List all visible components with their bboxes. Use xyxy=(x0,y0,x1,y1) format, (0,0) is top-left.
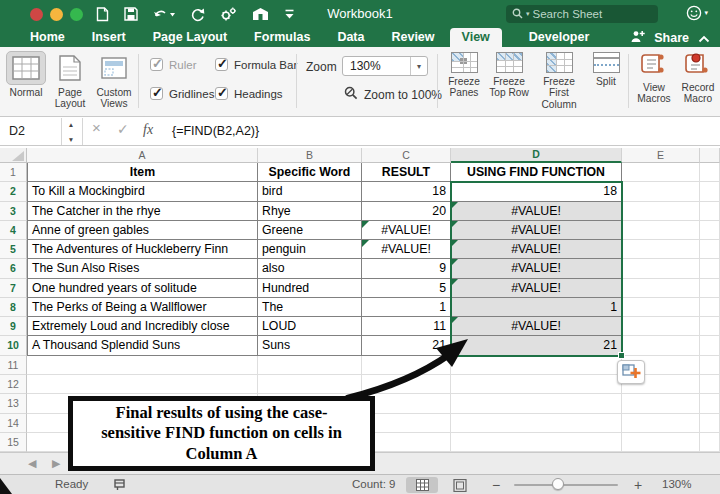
row-header-5[interactable]: 5 xyxy=(0,240,27,259)
ribbon-tab-review[interactable]: Review xyxy=(391,28,434,47)
cell-F5[interactable] xyxy=(700,240,720,259)
cell-E3[interactable] xyxy=(622,202,700,221)
zoom-slider-knob[interactable] xyxy=(552,478,564,490)
cell-D13[interactable] xyxy=(451,394,622,413)
ruler-checkbox[interactable]: ✓Ruler xyxy=(150,58,196,71)
prev-sheet-icon[interactable]: ◀ xyxy=(28,457,36,470)
column-header-partial[interactable] xyxy=(700,148,720,163)
ribbon-tab-view[interactable]: View xyxy=(450,28,502,47)
row-header-9[interactable]: 9 xyxy=(0,317,27,336)
cell-C13[interactable] xyxy=(362,394,451,413)
cell-A9[interactable]: Extremely Loud and Incredibly close xyxy=(27,317,258,336)
row-header-13[interactable]: 13 xyxy=(0,394,27,413)
page-layout-status-button[interactable] xyxy=(444,477,476,493)
feedback-smiley-icon[interactable]: ▾ xyxy=(686,5,708,21)
ribbon-tab-data[interactable]: Data xyxy=(337,28,364,47)
cell-C7[interactable]: 5 xyxy=(362,279,451,298)
cell-E8[interactable] xyxy=(622,298,700,317)
formula-input[interactable]: {=FIND(B2,A2)} xyxy=(172,124,259,138)
column-header-B[interactable]: B xyxy=(258,148,362,163)
cell-F14[interactable] xyxy=(700,414,720,433)
cell-D2[interactable]: 18 xyxy=(451,182,622,201)
cell-E1[interactable] xyxy=(622,163,700,182)
cell-D15[interactable] xyxy=(451,433,622,452)
cell-E13[interactable] xyxy=(622,394,700,413)
cell-D10[interactable]: 21 xyxy=(451,336,622,355)
cell-A11[interactable] xyxy=(27,356,258,375)
insert-function-icon[interactable]: fx xyxy=(143,122,153,138)
cell-B3[interactable]: Rhye xyxy=(258,202,362,221)
cell-D8[interactable]: 1 xyxy=(451,298,622,317)
cell-B1[interactable]: Specific Word xyxy=(258,163,362,182)
row-header-14[interactable]: 14 xyxy=(0,414,27,433)
cell-D3[interactable]: #VALUE! xyxy=(451,202,622,221)
zoom-out-button[interactable]: − xyxy=(492,477,500,493)
row-header-12[interactable]: 12 xyxy=(0,375,27,394)
page-layout-view-button[interactable]: Page Layout xyxy=(48,51,92,110)
cell-B8[interactable]: The xyxy=(258,298,362,317)
cell-B9[interactable]: LOUD xyxy=(258,317,362,336)
normal-view-status-button[interactable] xyxy=(406,477,438,493)
cell-D14[interactable] xyxy=(451,414,622,433)
cell-F6[interactable] xyxy=(700,259,720,278)
cell-C12[interactable] xyxy=(362,375,451,394)
row-header-1[interactable]: 1 xyxy=(0,163,27,182)
cell-D1[interactable]: USING FIND FUNCTION xyxy=(451,163,622,182)
headings-checkbox[interactable]: ✓Headings xyxy=(215,87,283,100)
cancel-icon[interactable]: × xyxy=(92,119,101,136)
cell-C2[interactable]: 18 xyxy=(362,182,451,201)
select-all-corner[interactable] xyxy=(0,148,27,163)
row-header-11[interactable]: 11 xyxy=(0,356,27,375)
cell-E14[interactable] xyxy=(622,414,700,433)
cell-B2[interactable]: bird xyxy=(258,182,362,201)
cell-E2[interactable] xyxy=(622,182,700,201)
zoom-slider-track[interactable] xyxy=(514,484,618,486)
cell-E15[interactable] xyxy=(622,433,700,452)
column-header-C[interactable]: C xyxy=(362,148,451,163)
zoom-dropdown-icon[interactable]: ▾ xyxy=(410,57,427,75)
row-header-3[interactable]: 3 xyxy=(0,202,27,221)
cell-E7[interactable] xyxy=(622,279,700,298)
cell-B5[interactable]: penguin xyxy=(258,240,362,259)
cell-A10[interactable]: A Thousand Splendid Suns xyxy=(27,336,258,355)
cell-D7[interactable]: #VALUE! xyxy=(451,279,622,298)
cell-C4[interactable]: #VALUE! xyxy=(362,221,451,240)
search-input[interactable]: ▾ Search Sheet xyxy=(506,5,658,23)
cell-E5[interactable] xyxy=(622,240,700,259)
cell-A2[interactable]: To Kill a Mockingbird xyxy=(27,182,258,201)
cell-F2[interactable] xyxy=(700,182,720,201)
cell-F1[interactable] xyxy=(700,163,720,182)
column-header-A[interactable]: A xyxy=(27,148,258,163)
cell-F9[interactable] xyxy=(700,317,720,336)
ribbon-tab-formulas[interactable]: Formulas xyxy=(254,28,310,47)
ribbon-tab-insert[interactable]: Insert xyxy=(92,28,126,47)
normal-view-button[interactable]: Normal xyxy=(4,51,48,98)
cell-B4[interactable]: Greene xyxy=(258,221,362,240)
zoom-in-button[interactable]: + xyxy=(634,477,642,493)
row-header-10[interactable]: 10 xyxy=(0,336,27,355)
name-box-stepper[interactable]: ▲▼ xyxy=(65,121,77,143)
cell-B10[interactable]: Suns xyxy=(258,336,362,355)
view-macros-button[interactable]: View Macros xyxy=(633,52,675,105)
cell-B11[interactable] xyxy=(258,356,362,375)
cell-F4[interactable] xyxy=(700,221,720,240)
cell-E10[interactable] xyxy=(622,336,700,355)
cell-F10[interactable] xyxy=(700,336,720,355)
cell-E4[interactable] xyxy=(622,221,700,240)
cell-C6[interactable]: 9 xyxy=(362,259,451,278)
freeze-first-column-button[interactable]: Freeze First Column xyxy=(532,52,586,110)
cell-E6[interactable] xyxy=(622,259,700,278)
gridlines-checkbox[interactable]: ✓Gridlines xyxy=(150,87,214,100)
enter-icon[interactable]: ✓ xyxy=(117,121,129,137)
zoom-to-100-button[interactable]: Zoom to 100% xyxy=(344,86,442,104)
freeze-panes-button[interactable]: Freeze Panes xyxy=(442,52,486,99)
cell-A12[interactable] xyxy=(27,375,258,394)
collapse-ribbon-icon[interactable] xyxy=(698,29,710,47)
row-header-4[interactable]: 4 xyxy=(0,221,27,240)
column-header-D[interactable]: D xyxy=(451,148,622,163)
cell-C11[interactable] xyxy=(362,356,451,375)
split-button[interactable]: Split xyxy=(588,52,624,87)
share-button[interactable]: Share xyxy=(654,31,689,45)
ribbon-tab-developer[interactable]: Developer xyxy=(529,28,589,47)
ribbon-tab-page-layout[interactable]: Page Layout xyxy=(153,28,227,47)
